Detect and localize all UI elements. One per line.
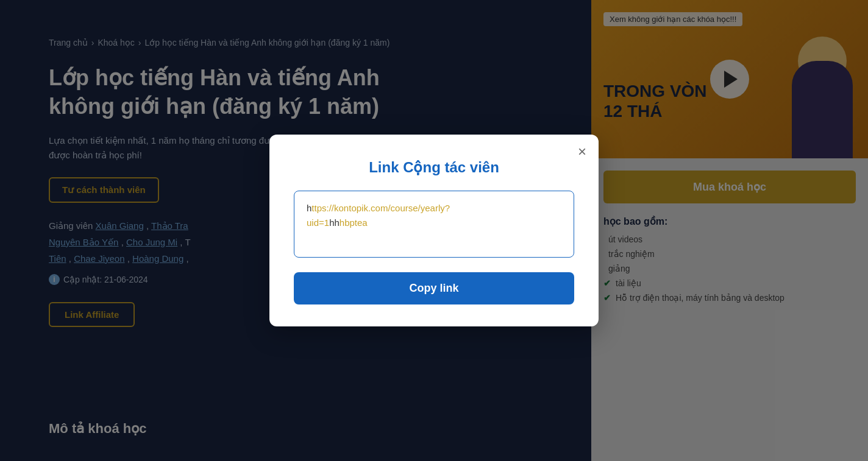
- affiliate-modal: × Link Cộng tác viên https://kontopik.co…: [269, 135, 599, 326]
- modal-title: Link Cộng tác viên: [294, 159, 574, 176]
- copy-link-button[interactable]: Copy link: [294, 272, 574, 304]
- link-text-uid: hh: [329, 217, 340, 228]
- modal-close-button[interactable]: ×: [578, 144, 586, 159]
- modal-link-box: https://kontopik.com/course/yearly?uid=1…: [294, 191, 574, 258]
- link-text-highlighted: ttps://kontopik.com/course/yearly?uid=1: [307, 203, 450, 228]
- link-text-uid2: hbptea: [340, 217, 368, 228]
- modal-overlay[interactable]: × Link Cộng tác viên https://kontopik.co…: [0, 0, 868, 461]
